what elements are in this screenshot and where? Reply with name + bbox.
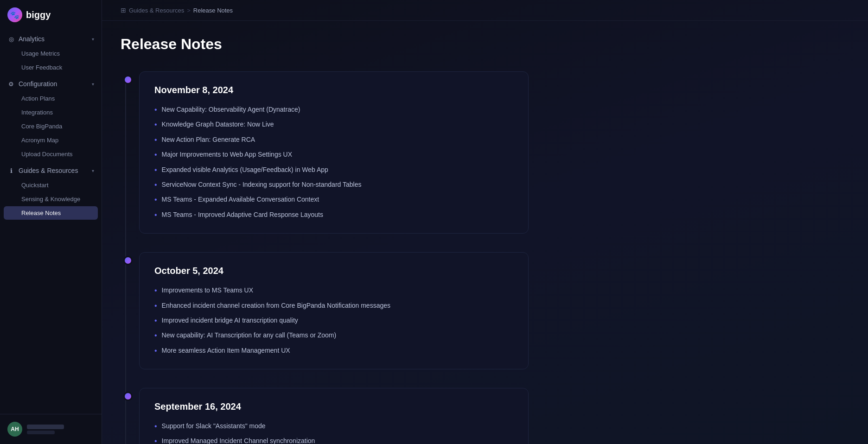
release-item: More seamless Action Item Management UX	[154, 346, 513, 356]
analytics-chevron: ▾	[92, 37, 94, 42]
user-name	[27, 425, 64, 429]
user-info[interactable]: AH	[7, 422, 94, 437]
logo-icon: 🐾	[7, 7, 22, 22]
release-items-2: Support for Slack "Assistants" mode Impr…	[154, 421, 513, 444]
release-date-0: November 8, 2024	[154, 85, 513, 95]
sidebar: 🐾 biggy ◎ Analytics ▾ Usage Metrics User…	[0, 0, 102, 444]
user-details	[27, 425, 64, 434]
sidebar-bottom: AH	[0, 414, 102, 444]
sidebar-section-header-configuration[interactable]: ⚙ Configuration ▾	[0, 76, 102, 91]
sidebar-section-header-guides[interactable]: ℹ Guides & Resources ▾	[0, 163, 102, 178]
avatar: AH	[7, 422, 22, 437]
configuration-label: Configuration	[19, 80, 57, 88]
sidebar-item-acronym-map[interactable]: Acronym Map	[4, 133, 98, 147]
release-item: New capability: AI Transcription for any…	[154, 330, 513, 341]
sidebar-item-release-notes[interactable]: Release Notes	[4, 206, 98, 220]
release-item: Support for Slack "Assistants" mode	[154, 421, 513, 431]
timeline-dot-2	[123, 392, 133, 401]
release-item: MS Teams - Improved Adaptive Card Respon…	[154, 210, 513, 220]
page-title: Release Notes	[121, 36, 529, 53]
analytics-icon: ◎	[7, 35, 15, 43]
release-item: Improvements to MS Teams UX	[154, 285, 513, 296]
release-item: MS Teams - Expanded Available Conversati…	[154, 195, 513, 205]
breadcrumb-parent[interactable]: Guides & Resources	[129, 7, 184, 14]
release-items-0: New Capability: Observability Agent (Dyn…	[154, 105, 513, 220]
breadcrumb-icon: ⊞	[121, 6, 126, 14]
sidebar-section-guides-resources: ℹ Guides & Resources ▾ Quickstart Sensin…	[0, 163, 102, 220]
release-item: Expanded visible Analytics (Usage/Feedba…	[154, 165, 513, 175]
breadcrumb-current: Release Notes	[193, 7, 233, 14]
sidebar-item-user-feedback[interactable]: User Feedback	[4, 61, 98, 74]
user-role	[27, 431, 55, 434]
sidebar-item-sensing-knowledge[interactable]: Sensing & Knowledge	[4, 192, 98, 206]
sidebar-section-header-analytics[interactable]: ◎ Analytics ▾	[0, 32, 102, 46]
release-item: Major Improvements to Web App Settings U…	[154, 150, 513, 160]
release-item: New Capability: Observability Agent (Dyn…	[154, 105, 513, 115]
release-item: New Action Plan: Generate RCA	[154, 135, 513, 145]
timeline-dot-1	[123, 256, 133, 265]
logo-text: biggy	[26, 10, 51, 20]
release-item: Improved incident bridge AI transcriptio…	[154, 316, 513, 326]
release-item: Knowledge Graph Datastore: Now Live	[154, 120, 513, 130]
guides-chevron: ▾	[92, 168, 94, 173]
sidebar-section-configuration: ⚙ Configuration ▾ Action Plans Integrati…	[0, 76, 102, 161]
guides-label: Guides & Resources	[19, 167, 78, 174]
sidebar-item-core-bigpanda[interactable]: Core BigPanda	[4, 120, 98, 133]
guides-icon: ℹ	[7, 167, 15, 174]
release-card-0: November 8, 2024 New Capability: Observa…	[139, 71, 529, 234]
sidebar-item-upload-documents[interactable]: Upload Documents	[4, 147, 98, 161]
sidebar-item-quickstart[interactable]: Quickstart	[4, 178, 98, 192]
logo[interactable]: 🐾 biggy	[0, 0, 102, 32]
sidebar-item-usage-metrics[interactable]: Usage Metrics	[4, 47, 98, 60]
release-item: Improved Managed Incident Channel synchr…	[154, 436, 513, 444]
configuration-chevron: ▾	[92, 82, 94, 87]
release-entry-0: November 8, 2024 New Capability: Observa…	[139, 71, 529, 234]
breadcrumb-separator: >	[187, 7, 191, 14]
main-content: ⊞ Guides & Resources > Release Notes Rel…	[102, 0, 868, 444]
sidebar-item-integrations[interactable]: Integrations	[4, 106, 98, 119]
release-entry-2: September 16, 2024 Support for Slack "As…	[139, 388, 529, 444]
release-card-2: September 16, 2024 Support for Slack "As…	[139, 388, 529, 444]
configuration-icon: ⚙	[7, 80, 15, 88]
content-area: Release Notes November 8, 2024 New Capab…	[102, 21, 547, 444]
timeline-dot-0	[123, 75, 133, 84]
analytics-label: Analytics	[19, 35, 45, 43]
release-entry-1: October 5, 2024 Improvements to MS Teams…	[139, 252, 529, 369]
sidebar-item-action-plans[interactable]: Action Plans	[4, 92, 98, 105]
sidebar-section-analytics: ◎ Analytics ▾ Usage Metrics User Feedbac…	[0, 32, 102, 75]
breadcrumb: ⊞ Guides & Resources > Release Notes	[102, 0, 868, 21]
release-items-1: Improvements to MS Teams UX Enhanced inc…	[154, 285, 513, 356]
release-item: ServiceNow Context Sync - Indexing suppo…	[154, 180, 513, 190]
release-item: Enhanced incident channel creation from …	[154, 301, 513, 311]
release-card-1: October 5, 2024 Improvements to MS Teams…	[139, 252, 529, 369]
release-date-1: October 5, 2024	[154, 266, 513, 276]
release-date-2: September 16, 2024	[154, 401, 513, 412]
timeline: November 8, 2024 New Capability: Observa…	[121, 71, 529, 444]
